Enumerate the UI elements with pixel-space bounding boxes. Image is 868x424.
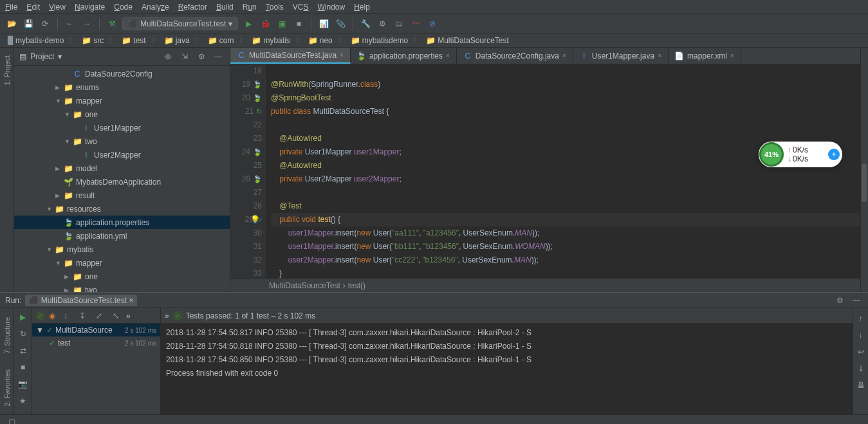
breadcrumb-item[interactable]: ▉ mybatis-demo: [5, 36, 66, 45]
breadcrumb-item[interactable]: 📁 mybatisdemo: [348, 36, 411, 45]
rerun-icon[interactable]: ▶: [17, 311, 30, 324]
close-icon[interactable]: ×: [730, 52, 734, 59]
scroll-icon[interactable]: ⤓: [854, 362, 867, 375]
tree-item[interactable]: ▼📁mapper: [14, 94, 230, 107]
tree-item[interactable]: ▼📁mapper: [14, 256, 230, 270]
coverage-icon[interactable]: ▣: [275, 17, 288, 30]
tree-item[interactable]: 🌱MybatisDemoApplication: [14, 175, 230, 189]
menu-run[interactable]: Run: [243, 3, 257, 12]
profile-icon[interactable]: 📊: [317, 17, 330, 30]
dump-icon[interactable]: 📷: [17, 378, 30, 391]
breadcrumb-item[interactable]: 📁 test: [119, 36, 148, 45]
stop-icon[interactable]: ■: [17, 361, 30, 374]
breadcrumb-item[interactable]: 📁 MultiDataSourceTest: [423, 36, 512, 45]
tree-item[interactable]: ▶📁result: [14, 189, 230, 202]
chevron-down-icon[interactable]: ▾: [58, 52, 62, 61]
forward-icon[interactable]: →: [80, 17, 93, 30]
tree-item[interactable]: ▶📁model: [14, 161, 230, 175]
sort2-icon[interactable]: ↧: [76, 309, 89, 322]
stop-icon[interactable]: ■: [292, 17, 305, 30]
close-icon[interactable]: ×: [129, 296, 133, 305]
wrench-icon[interactable]: 🔧: [359, 17, 372, 30]
sync-icon[interactable]: ⟳: [39, 17, 51, 30]
gear-icon[interactable]: ⚙: [833, 294, 846, 307]
tree-item[interactable]: IUser2Mapper: [14, 148, 230, 161]
settings-icon[interactable]: ⚙: [376, 17, 389, 30]
tree-item[interactable]: ▼📁mybatis: [14, 243, 230, 256]
close-icon[interactable]: ×: [340, 51, 344, 59]
editor-tab[interactable]: 📄mapper.xml×: [669, 48, 741, 64]
breadcrumb-item[interactable]: 📁 neo: [306, 36, 335, 45]
hide-icon[interactable]: —: [850, 294, 863, 307]
save-icon[interactable]: 💾: [22, 17, 35, 30]
target-icon[interactable]: ⊕: [162, 50, 174, 63]
tree-item[interactable]: ▶📁two: [14, 283, 230, 292]
pass-icon[interactable]: ✓: [36, 311, 45, 320]
editor-scrollbar[interactable]: [860, 48, 868, 292]
menu-view[interactable]: View: [49, 3, 66, 12]
scrollbar-thumb[interactable]: [862, 163, 867, 202]
bc-class[interactable]: MultiDataSourceTest: [269, 281, 340, 290]
close-icon[interactable]: ×: [446, 52, 450, 59]
hammer-icon[interactable]: ⚒: [106, 17, 118, 30]
open-icon[interactable]: 📂: [5, 17, 18, 30]
code-area[interactable]: 1819🍃20🍃21↻222324🍃2526🍃272829↻30313233 @…: [230, 64, 868, 278]
tree-item[interactable]: ▼📁two: [14, 134, 230, 148]
toggle-icon[interactable]: ⇄: [17, 344, 30, 357]
tree-item[interactable]: 🍃application.yml: [14, 229, 230, 243]
bc-method[interactable]: test(): [348, 281, 365, 290]
tab-project[interactable]: 1: Project: [2, 50, 12, 90]
back-icon[interactable]: ←: [64, 17, 77, 30]
tab-favorites[interactable]: 2: Favorites: [2, 364, 12, 411]
run-config-selector[interactable]: ⬛ MultiDataSourceTest.test ▾: [122, 17, 238, 30]
menu-analyze[interactable]: Analyze: [142, 3, 169, 12]
tree-item[interactable]: ▶📁one: [14, 270, 230, 283]
tree-item[interactable]: ▶📁enums: [14, 80, 230, 94]
collapse-icon[interactable]: ⤡: [109, 309, 122, 322]
close-icon[interactable]: ×: [658, 52, 661, 59]
more-icon[interactable]: »: [126, 311, 131, 320]
tool-window-icon[interactable]: ▢: [5, 416, 18, 425]
expand-icon[interactable]: ⤢: [93, 309, 106, 322]
line-gutter[interactable]: 1819🍃20🍃21↻222324🍃2526🍃272829↻30313233: [230, 64, 266, 278]
debug-icon[interactable]: 🐞: [259, 17, 272, 30]
menu-navigate[interactable]: Navigate: [75, 3, 105, 12]
sort-icon[interactable]: ↕: [59, 309, 72, 322]
down-icon[interactable]: ↓: [854, 329, 867, 342]
test-row[interactable]: ✓test2 s 102 ms: [32, 336, 160, 349]
gear-icon[interactable]: ⚙: [195, 50, 208, 63]
menu-edit[interactable]: Edit: [26, 3, 40, 12]
print-icon[interactable]: 🖶: [854, 379, 867, 392]
tree-item[interactable]: CDataSource2Config: [14, 67, 230, 80]
tab-structure[interactable]: 7: Structure: [2, 312, 12, 359]
pulse-icon[interactable]: 〰: [409, 17, 422, 30]
editor-tab[interactable]: CDataSource2Config.java×: [457, 48, 573, 64]
breadcrumb-item[interactable]: 📁 java: [162, 36, 192, 45]
tree-item[interactable]: 🍃application.properties: [14, 216, 230, 229]
attach-icon[interactable]: 📎: [334, 17, 347, 30]
breadcrumb-item[interactable]: 📁 com: [205, 36, 237, 45]
editor-tab[interactable]: CMultiDataSourceTest.java×: [230, 48, 351, 64]
menu-tools[interactable]: Tools: [266, 3, 284, 12]
tree-item[interactable]: ▼📁resources: [14, 202, 230, 216]
breadcrumb-item[interactable]: 📁 mybatis: [249, 36, 292, 45]
project-tree[interactable]: CDataSource2Config▶📁enums▼📁mapper▼📁oneIU…: [14, 66, 230, 292]
breadcrumb-item[interactable]: 📁 src: [79, 36, 106, 45]
rerun-failed-icon[interactable]: ↻: [17, 327, 30, 340]
menu-refactor[interactable]: Refactor: [178, 3, 207, 12]
tree-item[interactable]: IUser1Mapper: [14, 121, 230, 134]
menu-help[interactable]: Help: [354, 3, 370, 12]
editor-tab[interactable]: IUser1Mapper.java×: [573, 48, 669, 64]
star-icon[interactable]: ★: [17, 394, 30, 407]
up-icon[interactable]: ↑: [854, 312, 867, 325]
wrap-icon[interactable]: ↩: [854, 346, 867, 358]
menu-window[interactable]: Window: [317, 3, 345, 12]
fail-filter-icon[interactable]: ◉: [49, 311, 55, 320]
network-widget[interactable]: 41% ↑0K/s ↓0K/s +: [759, 142, 842, 167]
hide-icon[interactable]: —: [212, 50, 225, 63]
close-icon[interactable]: ×: [562, 52, 566, 59]
test-row[interactable]: ▼✓MultiDataSource2 s 102 ms: [32, 324, 160, 336]
menu-code[interactable]: Code: [114, 3, 133, 12]
block-icon[interactable]: ⊘: [426, 17, 439, 30]
tree-item[interactable]: ▼📁one: [14, 107, 230, 121]
